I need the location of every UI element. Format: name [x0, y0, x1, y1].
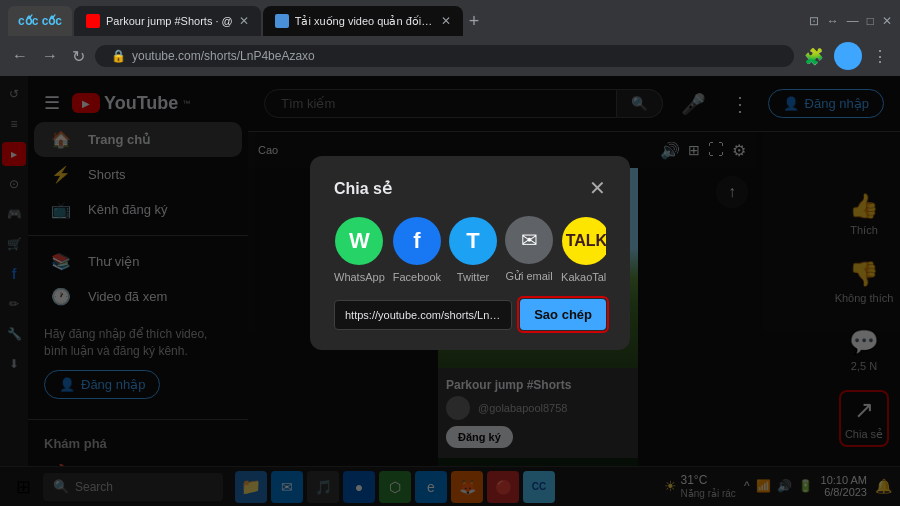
facebook-label: Facebook — [393, 271, 441, 283]
whatsapp-label: WhatsApp — [334, 271, 385, 283]
tab-extra-icon4[interactable]: □ — [867, 14, 874, 28]
share-whatsapp[interactable]: W WhatsApp — [334, 217, 385, 283]
copy-button[interactable]: Sao chép — [520, 299, 606, 330]
tab-title-1: Parkour jump #Shorts · @ — [106, 15, 233, 27]
copy-button-wrapper: Sao chép — [520, 299, 606, 330]
kakaotalk-label: KakaoTalk — [561, 271, 606, 283]
tab-extra-icon2[interactable]: ↔ — [827, 14, 839, 28]
tab-extras: ⊡ ↔ — □ ✕ — [809, 14, 892, 28]
back-button[interactable]: ← — [8, 43, 32, 69]
main-area: ↺ ≡ ▶ ⊙ 🎮 🛒 f ✏ 🔧 ⬇ ⊕ ☰ YouTube™ 🏠 Trang… — [0, 76, 900, 506]
url-text: youtube.com/shorts/LnP4beAzaxo — [132, 49, 315, 63]
tab-favicon-1 — [86, 14, 100, 28]
modal-overlay[interactable]: Chia sẻ ✕ W WhatsApp f Facebook T Twitte… — [0, 76, 900, 506]
url-copy-row: Sao chép — [334, 299, 606, 330]
tab-close-1[interactable]: ✕ — [239, 14, 249, 28]
browser-logo: cốc cốc — [8, 6, 72, 36]
twitter-icon: T — [449, 217, 497, 265]
refresh-button[interactable]: ↻ — [68, 43, 89, 70]
share-email[interactable]: ✉ Gửi email — [505, 216, 553, 283]
new-tab-button[interactable]: + — [465, 11, 484, 32]
url-bar[interactable]: 🔒 youtube.com/shorts/LnP4beAzaxo — [95, 45, 794, 67]
tab-extra-icon3[interactable]: — — [847, 14, 859, 28]
share-url-input[interactable] — [334, 300, 512, 330]
modal-close-button[interactable]: ✕ — [589, 176, 606, 200]
share-apps-row: W WhatsApp f Facebook T Twitter ✉ Gửi em… — [334, 216, 606, 283]
address-bar: ← → ↻ 🔒 youtube.com/shorts/LnP4beAzaxo 🧩… — [0, 36, 900, 76]
share-kakaotalk[interactable]: TALK KakaoTalk — [561, 217, 606, 283]
tab-favicon-2 — [275, 14, 289, 28]
email-label: Gửi email — [505, 270, 552, 283]
more-options-button[interactable]: ⋮ — [868, 43, 892, 70]
facebook-icon: f — [393, 217, 441, 265]
twitter-label: Twitter — [457, 271, 489, 283]
tab-bar: cốc cốc Parkour jump #Shorts · @ ✕ Tải x… — [0, 0, 900, 36]
browser-actions: 🧩 ⋮ — [800, 42, 892, 70]
modal-header: Chia sẻ ✕ — [334, 176, 606, 200]
whatsapp-icon: W — [335, 217, 383, 265]
tab-close-2[interactable]: ✕ — [441, 14, 451, 28]
browser-chrome: cốc cốc Parkour jump #Shorts · @ ✕ Tải x… — [0, 0, 900, 76]
email-icon: ✉ — [505, 216, 553, 264]
extensions-button[interactable]: 🧩 — [800, 43, 828, 70]
tab-title-2: Tải xuống video quản đổi tri... — [295, 15, 435, 28]
share-twitter[interactable]: T Twitter — [449, 217, 497, 283]
share-facebook[interactable]: f Facebook — [393, 217, 441, 283]
tab-extra-icon1[interactable]: ⊡ — [809, 14, 819, 28]
modal-title: Chia sẻ — [334, 179, 392, 198]
profile-button[interactable] — [834, 42, 862, 70]
tab-2[interactable]: Tải xuống video quản đổi tri... ✕ — [263, 6, 463, 36]
lock-icon: 🔒 — [111, 49, 126, 63]
kakaotalk-icon: TALK — [562, 217, 606, 265]
tab-1[interactable]: Parkour jump #Shorts · @ ✕ — [74, 6, 261, 36]
forward-button[interactable]: → — [38, 43, 62, 69]
tab-extra-icon5[interactable]: ✕ — [882, 14, 892, 28]
share-modal: Chia sẻ ✕ W WhatsApp f Facebook T Twitte… — [310, 156, 630, 350]
